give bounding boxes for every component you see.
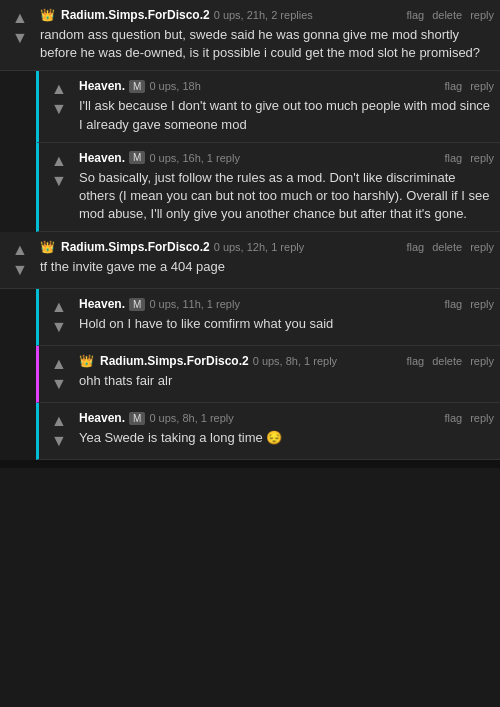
comment-block: ▲▼👑Radium.Simps.ForDisco.20 ups, 8h, 1 r…: [36, 346, 500, 403]
comment-content: Heaven.M0 ups, 18hflagreplyI'll ask beca…: [79, 79, 494, 133]
delete-action[interactable]: delete: [432, 9, 462, 21]
crown-icon: 👑: [79, 354, 94, 368]
comment-block: ▲▼👑Radium.Simps.ForDisco.20 ups, 12h, 1 …: [0, 232, 500, 289]
upvote-button[interactable]: ▲: [51, 151, 67, 171]
comment-content: Heaven.M0 ups, 11h, 1 replyflagreplyHold…: [79, 297, 494, 337]
comment-header: 👑Radium.Simps.ForDisco.20 ups, 12h, 1 re…: [40, 240, 494, 254]
flag-action[interactable]: flag: [444, 298, 462, 310]
comment-content: 👑Radium.Simps.ForDisco.20 ups, 21h, 2 re…: [40, 8, 494, 62]
flag-action[interactable]: flag: [406, 355, 424, 367]
reply-action[interactable]: reply: [470, 9, 494, 21]
downvote-button[interactable]: ▼: [51, 171, 67, 191]
comment-header: Heaven.M0 ups, 18hflagreply: [79, 79, 494, 93]
mod-badge: M: [129, 151, 145, 164]
username: Radium.Simps.ForDisco.2: [61, 240, 210, 254]
username: Heaven.: [79, 79, 125, 93]
comment-content: 👑Radium.Simps.ForDisco.20 ups, 12h, 1 re…: [40, 240, 494, 280]
comment-header: Heaven.M0 ups, 11h, 1 replyflagreply: [79, 297, 494, 311]
mod-badge: M: [129, 298, 145, 311]
username: Radium.Simps.ForDisco.2: [61, 8, 210, 22]
flag-action[interactable]: flag: [444, 152, 462, 164]
comment-header: Heaven.M0 ups, 8h, 1 replyflagreply: [79, 411, 494, 425]
crown-icon: 👑: [40, 240, 55, 254]
comment-actions: flagdeletereply: [406, 241, 494, 253]
downvote-button[interactable]: ▼: [51, 99, 67, 119]
comment-content: 👑Radium.Simps.ForDisco.20 ups, 8h, 1 rep…: [79, 354, 494, 394]
comment-text: random ass question but, swede said he w…: [40, 26, 494, 62]
upvote-button[interactable]: ▲: [12, 240, 28, 260]
downvote-button[interactable]: ▼: [12, 260, 28, 280]
reply-action[interactable]: reply: [470, 355, 494, 367]
vote-col: ▲▼: [45, 297, 73, 337]
footer-watermark: [0, 460, 500, 468]
mod-badge: M: [129, 412, 145, 425]
username: Heaven.: [79, 151, 125, 165]
comment-block: ▲▼Heaven.M0 ups, 18hflagreplyI'll ask be…: [36, 71, 500, 142]
username: Heaven.: [79, 411, 125, 425]
comment-meta: 0 ups, 11h, 1 reply: [149, 298, 240, 310]
reply-action[interactable]: reply: [470, 152, 494, 164]
comment-text: Yea Swede is taking a long time 😔: [79, 429, 494, 447]
comment-header: Heaven.M0 ups, 16h, 1 replyflagreply: [79, 151, 494, 165]
comment-meta: 0 ups, 8h, 1 reply: [149, 412, 233, 424]
comment-actions: flagdeletereply: [406, 9, 494, 21]
comment-meta: 0 ups, 12h, 1 reply: [214, 241, 305, 253]
comment-block: ▲▼Heaven.M0 ups, 11h, 1 replyflagreplyHo…: [36, 289, 500, 346]
username: Radium.Simps.ForDisco.2: [100, 354, 249, 368]
comment-block: ▲▼Heaven.M0 ups, 8h, 1 replyflagreplyYea…: [36, 403, 500, 460]
comment-text: Hold on I have to like comfirm what you …: [79, 315, 494, 333]
delete-action[interactable]: delete: [432, 355, 462, 367]
comment-block: ▲▼Heaven.M0 ups, 16h, 1 replyflagreplySo…: [36, 143, 500, 233]
vote-col: ▲▼: [45, 354, 73, 394]
downvote-button[interactable]: ▼: [51, 374, 67, 394]
comment-header: 👑Radium.Simps.ForDisco.20 ups, 21h, 2 re…: [40, 8, 494, 22]
comment-text: I'll ask because I don't want to give ou…: [79, 97, 494, 133]
reply-action[interactable]: reply: [470, 412, 494, 424]
comment-content: Heaven.M0 ups, 8h, 1 replyflagreplyYea S…: [79, 411, 494, 451]
downvote-button[interactable]: ▼: [51, 317, 67, 337]
vote-col: ▲▼: [6, 8, 34, 62]
comment-text: So basically, just follow the rules as a…: [79, 169, 494, 224]
username: Heaven.: [79, 297, 125, 311]
vote-col: ▲▼: [45, 151, 73, 224]
reply-action[interactable]: reply: [470, 80, 494, 92]
downvote-button[interactable]: ▼: [51, 431, 67, 451]
comment-actions: flagreply: [444, 412, 494, 424]
upvote-button[interactable]: ▲: [51, 354, 67, 374]
downvote-button[interactable]: ▼: [12, 28, 28, 48]
upvote-button[interactable]: ▲: [51, 79, 67, 99]
vote-col: ▲▼: [45, 411, 73, 451]
comment-block: ▲▼👑Radium.Simps.ForDisco.20 ups, 21h, 2 …: [0, 0, 500, 71]
comment-actions: flagreply: [444, 152, 494, 164]
mod-badge: M: [129, 80, 145, 93]
vote-col: ▲▼: [6, 240, 34, 280]
comment-text: ohh thats fair alr: [79, 372, 494, 390]
crown-icon: 👑: [40, 8, 55, 22]
reply-action[interactable]: reply: [470, 241, 494, 253]
upvote-button[interactable]: ▲: [12, 8, 28, 28]
upvote-button[interactable]: ▲: [51, 411, 67, 431]
comment-actions: flagdeletereply: [406, 355, 494, 367]
comment-actions: flagreply: [444, 298, 494, 310]
comment-meta: 0 ups, 21h, 2 replies: [214, 9, 313, 21]
flag-action[interactable]: flag: [406, 241, 424, 253]
comment-header: 👑Radium.Simps.ForDisco.20 ups, 8h, 1 rep…: [79, 354, 494, 368]
vote-col: ▲▼: [45, 79, 73, 133]
comment-meta: 0 ups, 18h: [149, 80, 200, 92]
comment-meta: 0 ups, 16h, 1 reply: [149, 152, 240, 164]
flag-action[interactable]: flag: [444, 412, 462, 424]
delete-action[interactable]: delete: [432, 241, 462, 253]
reply-action[interactable]: reply: [470, 298, 494, 310]
comment-text: tf the invite gave me a 404 page: [40, 258, 494, 276]
comment-content: Heaven.M0 ups, 16h, 1 replyflagreplySo b…: [79, 151, 494, 224]
flag-action[interactable]: flag: [444, 80, 462, 92]
flag-action[interactable]: flag: [406, 9, 424, 21]
upvote-button[interactable]: ▲: [51, 297, 67, 317]
comment-actions: flagreply: [444, 80, 494, 92]
comment-meta: 0 ups, 8h, 1 reply: [253, 355, 337, 367]
